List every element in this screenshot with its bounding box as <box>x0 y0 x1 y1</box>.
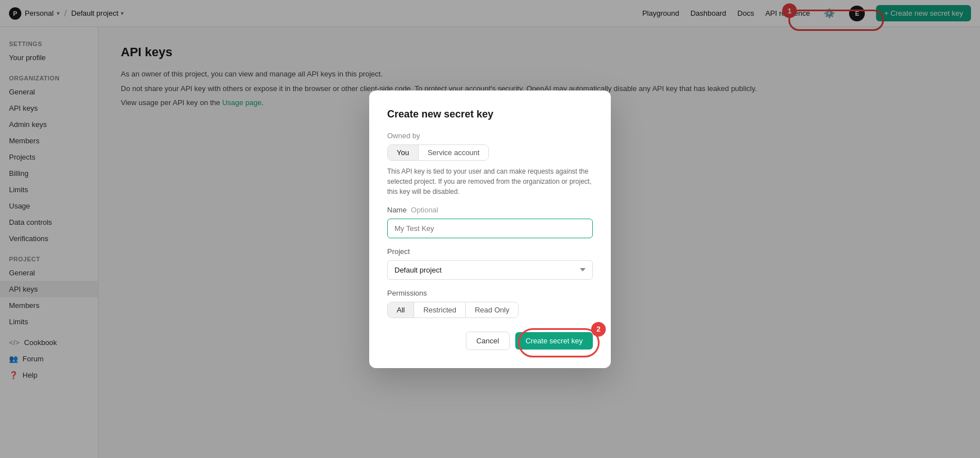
project-label: Project <box>387 247 593 256</box>
project-section: Project Default project <box>387 247 593 280</box>
modal: Create new secret key Owned by You Servi… <box>369 90 611 368</box>
annotation-badge-2: 2 <box>591 322 606 337</box>
name-label: Name Optional <box>387 206 593 214</box>
owned-by-label: Owned by <box>387 131 593 140</box>
perm-read-only[interactable]: Read Only <box>466 302 518 318</box>
cancel-button[interactable]: Cancel <box>466 332 510 350</box>
tab-service-account[interactable]: Service account <box>419 145 489 160</box>
name-input[interactable] <box>387 219 593 238</box>
modal-title: Create new secret key <box>387 108 593 120</box>
perm-all[interactable]: All <box>388 302 414 318</box>
permissions-tabs: All Restricted Read Only <box>387 302 519 318</box>
project-select[interactable]: Default project <box>387 260 593 280</box>
owned-by-section: Owned by You Service account This API ke… <box>387 131 593 197</box>
name-optional: Optional <box>411 206 438 214</box>
name-section: Name Optional <box>387 206 593 238</box>
modal-footer: Cancel Create secret key 2 <box>387 332 593 350</box>
modal-overlay: Create new secret key Owned by You Servi… <box>0 0 980 458</box>
tab-you[interactable]: You <box>388 145 419 160</box>
perm-restricted[interactable]: Restricted <box>414 302 466 318</box>
owned-by-tabs: You Service account <box>387 144 489 161</box>
owned-by-hint: This API key is tied to your user and ca… <box>387 166 593 197</box>
permissions-label: Permissions <box>387 289 593 297</box>
create-secret-key-button[interactable]: Create secret key <box>515 332 593 350</box>
permissions-section: Permissions All Restricted Read Only <box>387 289 593 318</box>
create-btn-wrapper: Create secret key 2 <box>515 332 593 350</box>
